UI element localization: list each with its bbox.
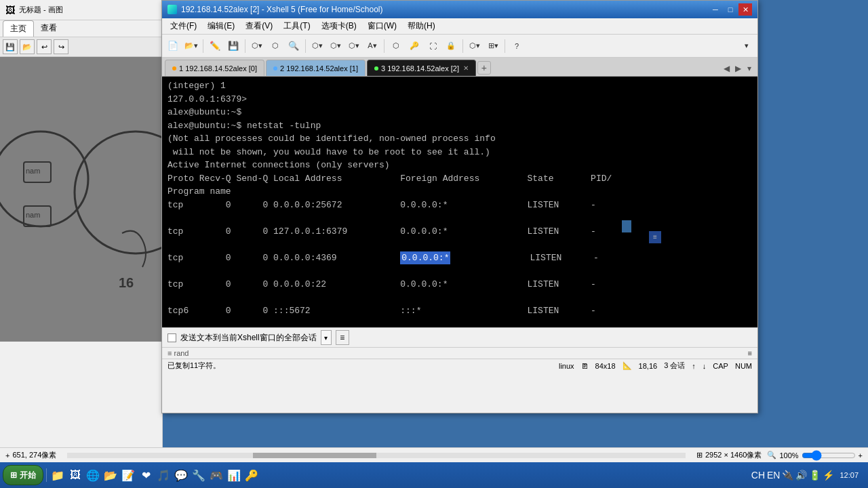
menu-view[interactable]: 查看(V) bbox=[240, 18, 278, 34]
tab-1-label: 1 192.168.14.52alex [0] bbox=[179, 64, 257, 73]
taskbar-icon-browser[interactable]: 🌐 bbox=[85, 467, 101, 483]
taskbar-icon-game[interactable]: 🎮 bbox=[208, 467, 224, 483]
status-options-icon[interactable]: ≡ bbox=[748, 349, 752, 357]
terminal-line-12: tcp 0 0 127.0.0.1:6379 0.0.0.0:* LISTEN … bbox=[167, 225, 752, 239]
toolbar-zoom-btn[interactable]: 🔍 bbox=[285, 38, 302, 54]
tray-icon-en[interactable]: EN bbox=[767, 470, 780, 481]
terminal-line-1: (integer) 1 bbox=[167, 79, 752, 93]
zoom-slider[interactable] bbox=[802, 451, 856, 460]
paint-tab-view[interactable]: 查看 bbox=[34, 20, 64, 37]
tray-icon-sound[interactable]: 🔊 bbox=[795, 470, 807, 481]
status-arrow-down[interactable]: ↓ bbox=[703, 362, 707, 370]
taskbar-icon-chart[interactable]: 📊 bbox=[226, 467, 242, 483]
toolbar-new-btn[interactable]: 📄 bbox=[165, 38, 181, 54]
toolbar-paste-btn[interactable]: ⬡ bbox=[267, 38, 283, 54]
tab-nav-buttons: ◀ ▶ ▾ bbox=[721, 61, 755, 76]
taskbar-icon-explorer[interactable]: 📁 bbox=[50, 467, 66, 483]
tray-time[interactable]: 12:07 bbox=[837, 471, 861, 479]
tab-list-btn[interactable]: ▾ bbox=[744, 61, 755, 76]
tray-icon-battery[interactable]: 🔋 bbox=[809, 470, 821, 481]
paint-redo-btn[interactable]: ↪ bbox=[54, 39, 68, 54]
menu-file[interactable]: 文件(F) bbox=[165, 18, 202, 34]
tray-icon-network[interactable]: 🔌 bbox=[782, 470, 793, 481]
toolbar-btn-4[interactable]: ⬡▾ bbox=[328, 38, 344, 54]
taskbar-icon-paint[interactable]: 🖼 bbox=[67, 467, 83, 483]
send-dropdown[interactable]: ▾ bbox=[321, 330, 332, 345]
menu-help[interactable]: 帮助(H) bbox=[402, 18, 441, 34]
status-num: NUM bbox=[735, 362, 752, 370]
h-scrollbar-thumb[interactable] bbox=[253, 453, 376, 458]
toolbar-term-btn[interactable]: ⬡ bbox=[388, 38, 404, 54]
menu-edit[interactable]: 编辑(E) bbox=[202, 18, 240, 34]
send-options-btn[interactable]: ≡ bbox=[336, 330, 349, 345]
terminal-line-2: 127.0.0.1:6379> bbox=[167, 93, 752, 106]
xshell-menubar: 文件(F) 编辑(E) 查看(V) 工具(T) 选项卡(B) 窗口(W) 帮助(… bbox=[162, 18, 757, 35]
toolbar-btn-6[interactable]: A▾ bbox=[364, 38, 380, 54]
toolbar-copy-btn[interactable]: ⬡▾ bbox=[249, 38, 265, 54]
size-icon: ⊞ bbox=[696, 451, 703, 460]
tab-1[interactable]: 1 192.168.14.52alex [0] bbox=[165, 60, 264, 76]
taskbar-icon-media[interactable]: ❤ bbox=[138, 467, 154, 483]
tab-2-dot bbox=[273, 66, 277, 70]
paint-title: 无标题 - 画图 bbox=[19, 5, 63, 15]
svg-text:nam: nam bbox=[26, 211, 40, 219]
toolbar-btn-3[interactable]: ⬡▾ bbox=[309, 38, 326, 54]
tab-3-close[interactable]: ✕ bbox=[463, 64, 469, 72]
toolbar-open-btn[interactable]: 📂▾ bbox=[183, 38, 199, 54]
toolbar-dropdown-btn[interactable]: ▾ bbox=[738, 38, 755, 54]
status-caps: CAP bbox=[713, 362, 728, 370]
tab-2[interactable]: 2 192.168.14.52alex [1] bbox=[266, 60, 366, 76]
tray-icon-notify[interactable]: ⚡ bbox=[823, 470, 834, 481]
toolbar-btn-5[interactable]: ⬡▾ bbox=[346, 38, 362, 54]
scroll-bar-area bbox=[67, 453, 686, 458]
size-text: 2952 × 1460像素 bbox=[705, 450, 762, 460]
tab-add-button[interactable]: + bbox=[477, 61, 491, 75]
toolbar-edit-btn[interactable]: ✏️ bbox=[207, 38, 223, 54]
status-sessions: 3 会话 bbox=[664, 361, 685, 371]
taskbar-sep-1 bbox=[46, 468, 47, 482]
send-checkbox[interactable] bbox=[167, 333, 176, 342]
paint-icon: 🖼 bbox=[5, 5, 15, 16]
start-label: 开始 bbox=[20, 470, 36, 481]
toolbar-full-btn[interactable]: ⛶ bbox=[425, 38, 441, 54]
close-button[interactable]: ✕ bbox=[738, 3, 752, 16]
paint-tool-btn-1[interactable]: 💾 bbox=[3, 39, 18, 54]
taskbar-icon-files[interactable]: 📂 bbox=[102, 467, 119, 483]
tab-prev-btn[interactable]: ◀ bbox=[721, 61, 732, 76]
toolbar-sep-3 bbox=[305, 39, 306, 53]
xshell-title-text: 192.168.14.52alex [2] - Xshell 5 (Free f… bbox=[181, 5, 383, 14]
taskbar-icon-music[interactable]: 🎵 bbox=[155, 467, 172, 483]
tab-next-btn[interactable]: ▶ bbox=[732, 61, 743, 76]
tab-1-dot bbox=[172, 66, 176, 70]
restore-button[interactable]: □ bbox=[724, 3, 737, 16]
taskbar-icon-key[interactable]: 🔑 bbox=[243, 467, 260, 483]
toolbar-key-btn[interactable]: 🔑 bbox=[406, 38, 422, 54]
taskbar-icon-msg[interactable]: 💬 bbox=[173, 467, 189, 483]
terminal-line-15 bbox=[167, 264, 752, 278]
minimize-button[interactable]: ─ bbox=[709, 3, 722, 16]
paint-undo-btn[interactable]: ↩ bbox=[37, 39, 52, 54]
terminal-line-16: tcp 0 0 0.0.0.0:22 0.0.0.0:* LISTEN - bbox=[167, 278, 752, 291]
toolbar-layout-btn[interactable]: ⬡▾ bbox=[467, 38, 483, 54]
taskbar-icon-word[interactable]: 📝 bbox=[120, 467, 136, 483]
toolbar-help-btn[interactable]: ? bbox=[509, 38, 525, 54]
start-button[interactable]: ⊞ 开始 bbox=[3, 465, 43, 485]
toolbar-grid-btn[interactable]: ⊞▾ bbox=[485, 38, 501, 54]
status-size: 84x18 bbox=[595, 362, 616, 370]
paint-tool-btn-2[interactable]: 📂 bbox=[20, 39, 35, 54]
status-icon-2: 📐 bbox=[623, 361, 632, 370]
toolbar-lock-btn[interactable]: 🔒 bbox=[443, 38, 459, 54]
menu-window[interactable]: 窗口(W) bbox=[362, 18, 402, 34]
tray-icon-ch[interactable]: CH bbox=[751, 470, 765, 481]
xshell-toolbar: 📄 📂▾ ✏️ 💾 ⬡▾ ⬡ 🔍 ⬡▾ ⬡▾ ⬡▾ A▾ ⬡ 🔑 ⛶ 🔒 ⬡▾ … bbox=[162, 35, 757, 58]
xshell-sendbar: 发送文本到当前Xshell窗口的全部会话 ▾ ≡ bbox=[162, 327, 757, 347]
toolbar-save-btn[interactable]: 💾 bbox=[225, 38, 241, 54]
tab-3[interactable]: 3 192.168.14.52alex [2] ✕ bbox=[367, 60, 476, 76]
zoom-plus-btn[interactable]: + bbox=[859, 451, 863, 460]
xshell-terminal[interactable]: (integer) 1 127.0.0.1:6379> alex@ubuntu:… bbox=[162, 77, 757, 327]
paint-tab-home[interactable]: 主页 bbox=[3, 20, 34, 37]
status-arrow-up[interactable]: ↑ bbox=[692, 362, 696, 370]
taskbar-icon-term[interactable]: 🔧 bbox=[191, 467, 207, 483]
menu-tab[interactable]: 选项卡(B) bbox=[316, 18, 362, 34]
menu-tools[interactable]: 工具(T) bbox=[278, 18, 315, 34]
